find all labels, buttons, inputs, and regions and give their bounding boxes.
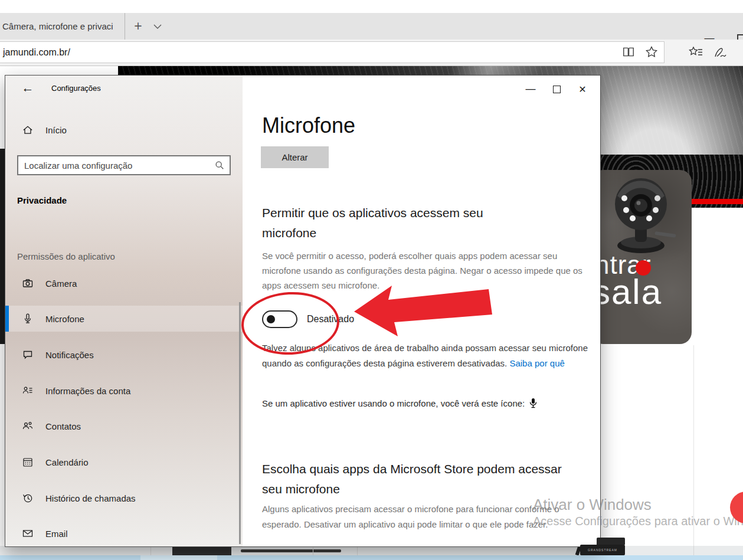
browser-tab[interactable]: Câmera, microfone e privaci <box>0 13 125 40</box>
section2-heading: Escolha quais apps da Microsoft Store po… <box>262 459 581 499</box>
promo-text-line2: sala <box>593 271 662 312</box>
browser-tab-bar: Câmera, microfone e privaci + — <box>0 13 743 40</box>
sidebar-item-contacts[interactable]: Contatos <box>5 413 243 439</box>
favorites-hub-icon[interactable] <box>688 45 703 60</box>
sidebar-group-label: Permissões do aplicativo <box>17 251 115 261</box>
email-icon <box>22 528 34 539</box>
product-thumb <box>241 549 341 552</box>
back-button[interactable]: ← <box>18 79 37 97</box>
call-history-icon <box>22 492 34 504</box>
strip-divider <box>357 546 358 555</box>
sidebar-item-calendar[interactable]: Calendário <box>5 449 243 475</box>
sidebar-item-label: Notificações <box>45 350 94 360</box>
learn-more-link[interactable]: Saiba por quê <box>509 358 564 368</box>
sidebar-item-camera[interactable]: Câmera <box>5 270 243 296</box>
page-title: Microfone <box>262 113 355 138</box>
sidebar-item-call-history[interactable]: Histórico de chamadas <box>5 485 243 511</box>
maximize-icon <box>553 86 561 93</box>
browser-address-row: jamundi.com.br/ <box>0 40 743 66</box>
camera-icon <box>22 277 34 289</box>
reading-view-icon[interactable] <box>622 45 635 58</box>
strip-divider <box>693 546 694 555</box>
tab-title: Câmera, microfone e privaci <box>2 21 123 31</box>
search-icon <box>214 160 225 171</box>
windows-watermark-line1: Ativar o Windows <box>533 496 652 514</box>
icon-note: Se um aplicativo estiver usando o microf… <box>262 398 537 409</box>
new-tab-button[interactable]: + <box>129 17 148 35</box>
sidebar-item-label: Contatos <box>45 421 81 431</box>
selected-accent-bar <box>5 306 9 332</box>
bottom-blue-bar <box>0 555 743 560</box>
web-note-pen-icon[interactable] <box>713 45 729 60</box>
browser-title-strip <box>0 0 743 13</box>
sidebar-item-account-info[interactable]: Informações da conta <box>5 378 243 404</box>
sidebar-item-label: Câmera <box>45 279 77 289</box>
microphone-in-use-icon <box>529 398 537 409</box>
sidebar-item-home[interactable]: Início <box>5 117 243 143</box>
window-close-button[interactable]: ✕ <box>569 80 595 98</box>
sidebar-scrollbar[interactable] <box>239 302 241 544</box>
sidebar-item-notifications[interactable]: Notificações <box>5 342 243 368</box>
window-maximize-button[interactable] <box>544 80 569 98</box>
sidebar-item-label: Informações da conta <box>45 386 130 396</box>
sidebar-item-label: Calendário <box>45 457 89 467</box>
bottom-product-strip <box>0 546 743 555</box>
sidebar-item-label: Início <box>45 125 67 135</box>
settings-sidebar: ← Configurações Início Localizar uma con… <box>5 76 243 546</box>
change-button[interactable]: Alterar <box>261 146 329 168</box>
settings-search-input[interactable]: Localizar uma configuração <box>17 155 231 175</box>
icon-note-text: Se um aplicativo estiver usando o microf… <box>262 398 525 408</box>
notifications-icon <box>22 349 34 361</box>
sidebar-item-label: Microfone <box>45 314 84 324</box>
url-text: jamundi.com.br/ <box>0 47 70 58</box>
phone-brand-label: GRANDSTREAM <box>588 548 617 552</box>
account-info-icon <box>22 385 34 397</box>
grandstream-phone-image: GRANDSTREAM <box>580 538 625 555</box>
sidebar-item-label: Email <box>45 529 68 539</box>
product-thumb <box>172 546 231 555</box>
calendar-icon <box>22 456 34 468</box>
window-minimize-button[interactable]: — <box>518 80 544 98</box>
sidebar-section-title: Privacidade <box>17 195 67 205</box>
add-favorite-star-icon[interactable] <box>645 45 658 58</box>
webcam-promo-card: ntrar sala <box>591 170 692 344</box>
microphone-icon <box>22 313 34 325</box>
tab-list-chevron-icon[interactable] <box>153 24 162 30</box>
windows-watermark-line2: Acesse Configurações para ativar o Windo <box>533 515 743 528</box>
sidebar-item-microphone[interactable]: Microfone <box>5 306 243 332</box>
address-bar[interactable]: jamundi.com.br/ <box>0 41 665 63</box>
settings-window-title: Configurações <box>51 84 101 93</box>
home-icon <box>22 124 34 136</box>
search-placeholder: Localizar uma configuração <box>24 161 132 171</box>
sidebar-item-label: Histórico de chamadas <box>45 493 136 503</box>
section1-heading: Permitir que os aplicativos acessem seu … <box>262 203 539 243</box>
background-red-stripe <box>689 199 743 204</box>
annotation-red-arrow <box>349 282 497 350</box>
sidebar-item-email[interactable]: Email <box>5 520 243 546</box>
webcam-image <box>598 170 687 258</box>
strip-divider <box>150 546 151 555</box>
contacts-icon <box>22 420 34 432</box>
strip-divider <box>313 546 313 555</box>
